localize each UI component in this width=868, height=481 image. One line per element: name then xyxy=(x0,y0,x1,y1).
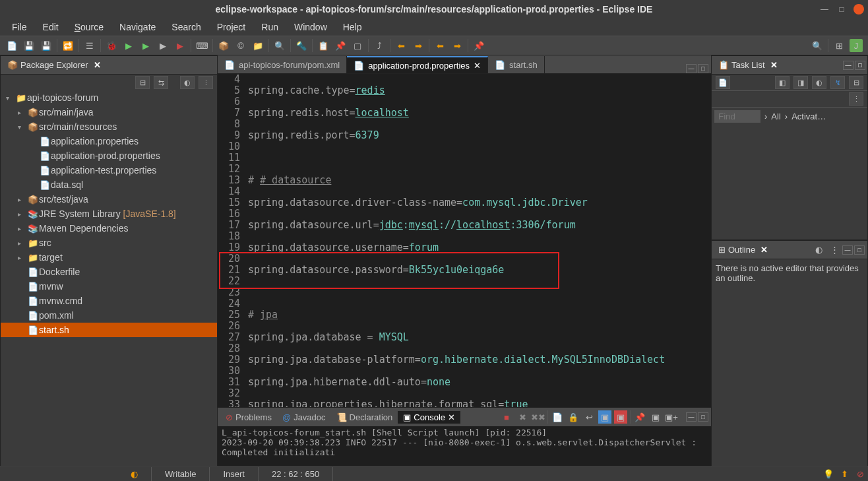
link-editor-icon[interactable]: ⇆ xyxy=(154,76,168,89)
close-icon[interactable]: ✕ xyxy=(474,61,481,71)
minimize-view-icon[interactable]: — xyxy=(686,64,697,73)
new-icon[interactable]: 📄 xyxy=(5,39,18,52)
editor-area[interactable]: 4567891011121314151617181920212223242526… xyxy=(218,74,711,407)
tree-pom[interactable]: pom.xml xyxy=(39,310,74,321)
maximize-button[interactable]: □ xyxy=(836,4,847,15)
tree-src-main-java[interactable]: src/main/java xyxy=(39,107,93,117)
update-icon[interactable]: ⬆ xyxy=(838,468,851,481)
save-icon[interactable]: 💾 xyxy=(22,39,36,52)
open-console-icon[interactable]: ▣+ xyxy=(665,410,678,424)
tree-application-test[interactable]: application-test.properties xyxy=(51,165,156,176)
open-perspective-icon[interactable]: ⊞ xyxy=(832,39,846,52)
menu-navigate[interactable]: Navigate xyxy=(113,20,162,34)
view-menu-icon[interactable]: ⋮ xyxy=(199,76,213,89)
menu-source[interactable]: Source xyxy=(68,20,110,34)
tab-declaration[interactable]: 📜Declaration xyxy=(331,411,398,424)
tree-data-sql[interactable]: data.sql xyxy=(51,179,83,190)
view-menu-icon[interactable]: ⋮ xyxy=(828,243,841,257)
word-wrap-icon[interactable]: ↩ xyxy=(582,410,596,424)
tree-dockerfile[interactable]: Dockerfile xyxy=(39,267,80,277)
outline-tab[interactable]: ⊞ Outline ✕ xyxy=(714,243,772,256)
forward-icon[interactable]: ➡ xyxy=(450,39,464,52)
tree-src-test-java[interactable]: src/test/java xyxy=(39,194,88,205)
open-task-icon[interactable]: 📋 xyxy=(317,39,330,52)
menu-run[interactable]: Run xyxy=(255,20,285,34)
pin-console-icon[interactable]: 📌 xyxy=(633,410,646,424)
maximize-view-icon[interactable]: □ xyxy=(855,61,865,70)
remove-launch-icon[interactable]: ✖ xyxy=(516,410,529,424)
list-icon[interactable]: ☰ xyxy=(83,39,96,52)
java-perspective-icon[interactable]: J xyxy=(850,39,863,52)
ext-tools-icon[interactable]: ▶ xyxy=(173,39,187,52)
menu-window[interactable]: Window xyxy=(288,20,334,34)
show-console-icon[interactable]: ▣ xyxy=(598,410,611,424)
tree-maven[interactable]: Maven Dependencies xyxy=(39,223,128,234)
new-class-icon[interactable]: © xyxy=(234,39,247,52)
prev-annotation-icon[interactable]: ⬅ xyxy=(394,39,408,52)
project-tree[interactable]: ▾📁api-topicos-forum ▸📦src/main/java ▾📦sr… xyxy=(1,90,217,466)
tab-pom[interactable]: 📄api-topicos-forum/pom.xml xyxy=(218,56,347,73)
terminate-icon[interactable]: ■ xyxy=(500,410,513,424)
maximize-view-icon[interactable]: □ xyxy=(854,245,865,255)
tree-application-prod[interactable]: application-prod.properties xyxy=(51,150,160,161)
close-button[interactable] xyxy=(853,4,864,15)
tab-start-sh[interactable]: 📄start.sh xyxy=(488,56,545,73)
close-icon[interactable]: ✕ xyxy=(94,60,101,70)
scroll-lock-icon[interactable]: 🔒 xyxy=(567,410,580,424)
progress-icon[interactable]: ◐ xyxy=(131,469,138,479)
display-console-icon[interactable]: ▣ xyxy=(649,410,662,424)
focus-icon[interactable]: ◐ xyxy=(812,76,826,89)
tree-application-properties[interactable]: application.properties xyxy=(51,136,139,146)
find-input[interactable] xyxy=(714,110,760,123)
coverage-icon[interactable]: ▶ xyxy=(139,39,152,52)
filter-all[interactable]: All xyxy=(771,112,780,121)
close-icon[interactable]: ✕ xyxy=(760,245,768,255)
package-explorer-tab[interactable]: 📦 Package Explorer ✕ xyxy=(3,59,105,71)
task-marker-icon[interactable]: 📌 xyxy=(334,39,347,52)
sync-icon[interactable]: ↯ xyxy=(830,76,845,89)
collapse-tasks-icon[interactable]: ⊟ xyxy=(849,76,863,89)
tree-start-sh[interactable]: start.sh xyxy=(39,325,69,335)
menu-file[interactable]: File xyxy=(5,20,34,34)
task-repo-icon[interactable]: ▢ xyxy=(351,39,364,52)
tree-target[interactable]: target xyxy=(39,252,63,263)
categorize-icon[interactable]: ◧ xyxy=(775,76,790,89)
view-menu-icon[interactable]: ⋮ xyxy=(849,92,863,106)
save-all-icon[interactable]: 💾 xyxy=(40,39,53,52)
menu-edit[interactable]: Edit xyxy=(36,20,65,34)
tab-application-prod[interactable]: 📄application-prod.properties✕ xyxy=(347,56,488,73)
next-annotation-icon[interactable]: ➡ xyxy=(412,39,425,52)
schedule-icon[interactable]: ◨ xyxy=(793,76,808,89)
minimize-view-icon[interactable]: — xyxy=(843,61,853,70)
tree-src-main-resources[interactable]: src/main/resources xyxy=(39,121,117,132)
tab-console[interactable]: ▣Console✕ xyxy=(398,411,460,424)
tip-icon[interactable]: 💡 xyxy=(822,468,835,481)
remove-all-icon[interactable]: ✖✖ xyxy=(532,410,545,424)
maximize-view-icon[interactable]: □ xyxy=(698,412,708,422)
terminal-icon[interactable]: ⌨ xyxy=(195,39,208,52)
show-console-err-icon[interactable]: ▣ xyxy=(614,410,627,424)
run-last-icon[interactable]: ▶ xyxy=(156,39,170,52)
tree-mvnw[interactable]: mvnw xyxy=(39,281,63,292)
focus-task-icon[interactable]: ◐ xyxy=(180,76,195,89)
switch-icon[interactable]: 🔁 xyxy=(61,39,75,52)
close-icon[interactable]: ✕ xyxy=(448,412,455,422)
search-icon[interactable]: 🔦 xyxy=(295,39,308,52)
tree-mvnw-cmd[interactable]: mvnw.cmd xyxy=(39,296,82,306)
clear-console-icon[interactable]: 📄 xyxy=(551,410,564,424)
menu-search[interactable]: Search xyxy=(165,20,207,34)
debug-icon[interactable]: 🐞 xyxy=(105,39,118,52)
minimize-view-icon[interactable]: — xyxy=(686,412,697,422)
menu-project[interactable]: Project xyxy=(210,20,253,34)
tree-jre[interactable]: JRE System Library [JavaSE-1.8] xyxy=(39,208,176,219)
filter-activate[interactable]: Activat… xyxy=(791,112,826,121)
console-output[interactable]: L_api-topicos-forum_start.sh [Shell Scri… xyxy=(218,426,711,466)
maximize-view-icon[interactable]: □ xyxy=(698,64,708,73)
run-icon[interactable]: ▶ xyxy=(122,39,135,52)
new-pkg-icon[interactable]: 📦 xyxy=(217,39,230,52)
task-list-tab[interactable]: 📋 Task List ✕ xyxy=(714,59,782,71)
menu-help[interactable]: Help xyxy=(336,20,369,34)
open-type-icon[interactable]: 🔍 xyxy=(273,39,286,52)
minimize-view-icon[interactable]: — xyxy=(842,245,853,255)
quick-access-icon[interactable]: 🔍 xyxy=(811,39,824,52)
